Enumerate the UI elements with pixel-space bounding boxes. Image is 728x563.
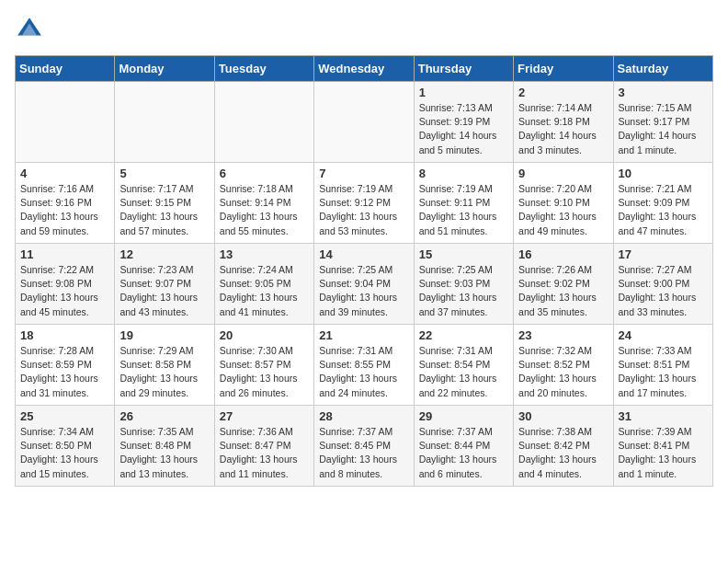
- calendar-cell: 23Sunrise: 7:32 AM Sunset: 8:52 PM Dayli…: [514, 325, 613, 406]
- day-header-friday: Friday: [514, 56, 613, 82]
- calendar-cell: 19Sunrise: 7:29 AM Sunset: 8:58 PM Dayli…: [115, 325, 214, 406]
- day-info: Sunrise: 7:16 AM Sunset: 9:16 PM Dayligh…: [20, 182, 109, 238]
- day-headers-row: SundayMondayTuesdayWednesdayThursdayFrid…: [16, 56, 713, 82]
- day-number: 3: [619, 86, 708, 99]
- calendar-cell: 24Sunrise: 7:33 AM Sunset: 8:51 PM Dayli…: [613, 325, 712, 406]
- day-header-wednesday: Wednesday: [314, 56, 414, 82]
- calendar-cell: 3Sunrise: 7:15 AM Sunset: 9:17 PM Daylig…: [613, 82, 712, 163]
- week-row-1: 1Sunrise: 7:13 AM Sunset: 9:19 PM Daylig…: [16, 82, 713, 163]
- calendar-cell: 31Sunrise: 7:39 AM Sunset: 8:41 PM Dayli…: [613, 406, 712, 487]
- calendar-cell: 21Sunrise: 7:31 AM Sunset: 8:55 PM Dayli…: [314, 325, 414, 406]
- day-info: Sunrise: 7:20 AM Sunset: 9:10 PM Dayligh…: [518, 182, 608, 238]
- day-number: 23: [518, 328, 608, 342]
- day-info: Sunrise: 7:15 AM Sunset: 9:17 PM Dayligh…: [619, 101, 708, 157]
- day-number: 1: [419, 86, 508, 99]
- calendar-cell: 2Sunrise: 7:14 AM Sunset: 9:18 PM Daylig…: [514, 82, 613, 163]
- day-number: 25: [20, 409, 109, 423]
- day-number: 10: [619, 167, 708, 180]
- day-info: Sunrise: 7:28 AM Sunset: 8:59 PM Dayligh…: [20, 344, 109, 400]
- day-number: 17: [619, 247, 708, 261]
- day-info: Sunrise: 7:33 AM Sunset: 8:51 PM Dayligh…: [619, 344, 708, 400]
- calendar-cell: 8Sunrise: 7:19 AM Sunset: 9:11 PM Daylig…: [414, 163, 513, 244]
- calendar-cell: [314, 82, 414, 163]
- day-info: Sunrise: 7:13 AM Sunset: 9:19 PM Dayligh…: [419, 101, 508, 157]
- day-number: 8: [419, 167, 508, 180]
- calendar-cell: 10Sunrise: 7:21 AM Sunset: 9:09 PM Dayli…: [613, 163, 712, 244]
- calendar-cell: 5Sunrise: 7:17 AM Sunset: 9:15 PM Daylig…: [115, 163, 214, 244]
- calendar-cell: 6Sunrise: 7:18 AM Sunset: 9:14 PM Daylig…: [214, 163, 313, 244]
- day-info: Sunrise: 7:24 AM Sunset: 9:05 PM Dayligh…: [220, 263, 309, 319]
- day-number: 19: [119, 328, 209, 342]
- day-number: 7: [319, 167, 408, 180]
- week-row-5: 25Sunrise: 7:34 AM Sunset: 8:50 PM Dayli…: [16, 406, 713, 487]
- day-number: 15: [419, 247, 508, 261]
- calendar-cell: 20Sunrise: 7:30 AM Sunset: 8:57 PM Dayli…: [214, 325, 313, 406]
- day-info: Sunrise: 7:27 AM Sunset: 9:00 PM Dayligh…: [619, 263, 708, 319]
- day-info: Sunrise: 7:19 AM Sunset: 9:11 PM Dayligh…: [419, 182, 508, 238]
- calendar-table: SundayMondayTuesdayWednesdayThursdayFrid…: [15, 55, 713, 487]
- calendar-cell: 28Sunrise: 7:37 AM Sunset: 8:45 PM Dayli…: [314, 406, 414, 487]
- calendar-cell: 17Sunrise: 7:27 AM Sunset: 9:00 PM Dayli…: [613, 244, 712, 325]
- day-number: 14: [319, 247, 408, 261]
- day-header-thursday: Thursday: [414, 56, 513, 82]
- day-info: Sunrise: 7:39 AM Sunset: 8:41 PM Dayligh…: [619, 425, 708, 481]
- day-info: Sunrise: 7:38 AM Sunset: 8:42 PM Dayligh…: [518, 425, 608, 481]
- day-number: 6: [220, 167, 309, 180]
- day-number: 27: [220, 409, 309, 423]
- calendar-cell: [115, 82, 214, 163]
- day-info: Sunrise: 7:30 AM Sunset: 8:57 PM Dayligh…: [220, 344, 309, 400]
- day-header-sunday: Sunday: [16, 56, 115, 82]
- day-number: 16: [518, 247, 608, 261]
- day-number: 13: [220, 247, 309, 261]
- day-number: 24: [619, 328, 708, 342]
- calendar-cell: 27Sunrise: 7:36 AM Sunset: 8:47 PM Dayli…: [214, 406, 313, 487]
- day-number: 12: [119, 247, 209, 261]
- day-number: 30: [518, 409, 608, 423]
- day-number: 21: [319, 328, 408, 342]
- day-info: Sunrise: 7:32 AM Sunset: 8:52 PM Dayligh…: [518, 344, 608, 400]
- page-header: [15, 15, 713, 44]
- calendar-body: 1Sunrise: 7:13 AM Sunset: 9:19 PM Daylig…: [16, 82, 713, 487]
- calendar-cell: 29Sunrise: 7:37 AM Sunset: 8:44 PM Dayli…: [414, 406, 513, 487]
- day-info: Sunrise: 7:29 AM Sunset: 8:58 PM Dayligh…: [119, 344, 209, 400]
- calendar-cell: [214, 82, 313, 163]
- day-number: 20: [220, 328, 309, 342]
- day-number: 2: [518, 86, 608, 99]
- day-info: Sunrise: 7:37 AM Sunset: 8:45 PM Dayligh…: [319, 425, 408, 481]
- day-info: Sunrise: 7:26 AM Sunset: 9:02 PM Dayligh…: [518, 263, 608, 319]
- week-row-4: 18Sunrise: 7:28 AM Sunset: 8:59 PM Dayli…: [16, 325, 713, 406]
- day-info: Sunrise: 7:17 AM Sunset: 9:15 PM Dayligh…: [119, 182, 209, 238]
- week-row-3: 11Sunrise: 7:22 AM Sunset: 9:08 PM Dayli…: [16, 244, 713, 325]
- day-number: 26: [119, 409, 209, 423]
- day-header-monday: Monday: [115, 56, 214, 82]
- day-info: Sunrise: 7:36 AM Sunset: 8:47 PM Dayligh…: [220, 425, 309, 481]
- day-header-tuesday: Tuesday: [214, 56, 313, 82]
- day-info: Sunrise: 7:14 AM Sunset: 9:18 PM Dayligh…: [518, 101, 608, 157]
- calendar-cell: 4Sunrise: 7:16 AM Sunset: 9:16 PM Daylig…: [16, 163, 115, 244]
- day-info: Sunrise: 7:31 AM Sunset: 8:55 PM Dayligh…: [319, 344, 408, 400]
- calendar-cell: 15Sunrise: 7:25 AM Sunset: 9:03 PM Dayli…: [414, 244, 513, 325]
- day-info: Sunrise: 7:18 AM Sunset: 9:14 PM Dayligh…: [220, 182, 309, 238]
- day-number: 5: [119, 167, 209, 180]
- day-info: Sunrise: 7:19 AM Sunset: 9:12 PM Dayligh…: [319, 182, 408, 238]
- calendar-cell: 30Sunrise: 7:38 AM Sunset: 8:42 PM Dayli…: [514, 406, 613, 487]
- calendar-cell: 25Sunrise: 7:34 AM Sunset: 8:50 PM Dayli…: [16, 406, 115, 487]
- day-info: Sunrise: 7:21 AM Sunset: 9:09 PM Dayligh…: [619, 182, 708, 238]
- day-info: Sunrise: 7:25 AM Sunset: 9:03 PM Dayligh…: [419, 263, 508, 319]
- calendar-cell: 1Sunrise: 7:13 AM Sunset: 9:19 PM Daylig…: [414, 82, 513, 163]
- calendar-cell: 12Sunrise: 7:23 AM Sunset: 9:07 PM Dayli…: [115, 244, 214, 325]
- calendar-cell: 11Sunrise: 7:22 AM Sunset: 9:08 PM Dayli…: [16, 244, 115, 325]
- calendar-cell: 22Sunrise: 7:31 AM Sunset: 8:54 PM Dayli…: [414, 325, 513, 406]
- day-info: Sunrise: 7:37 AM Sunset: 8:44 PM Dayligh…: [419, 425, 508, 481]
- calendar-cell: 13Sunrise: 7:24 AM Sunset: 9:05 PM Dayli…: [214, 244, 313, 325]
- day-number: 31: [619, 409, 708, 423]
- day-number: 11: [20, 247, 109, 261]
- calendar-cell: [16, 82, 115, 163]
- calendar-cell: 18Sunrise: 7:28 AM Sunset: 8:59 PM Dayli…: [16, 325, 115, 406]
- calendar-cell: 9Sunrise: 7:20 AM Sunset: 9:10 PM Daylig…: [514, 163, 613, 244]
- day-number: 4: [20, 167, 109, 180]
- day-info: Sunrise: 7:22 AM Sunset: 9:08 PM Dayligh…: [20, 263, 109, 319]
- day-number: 9: [518, 167, 608, 180]
- day-info: Sunrise: 7:34 AM Sunset: 8:50 PM Dayligh…: [20, 425, 109, 481]
- day-number: 18: [20, 328, 109, 342]
